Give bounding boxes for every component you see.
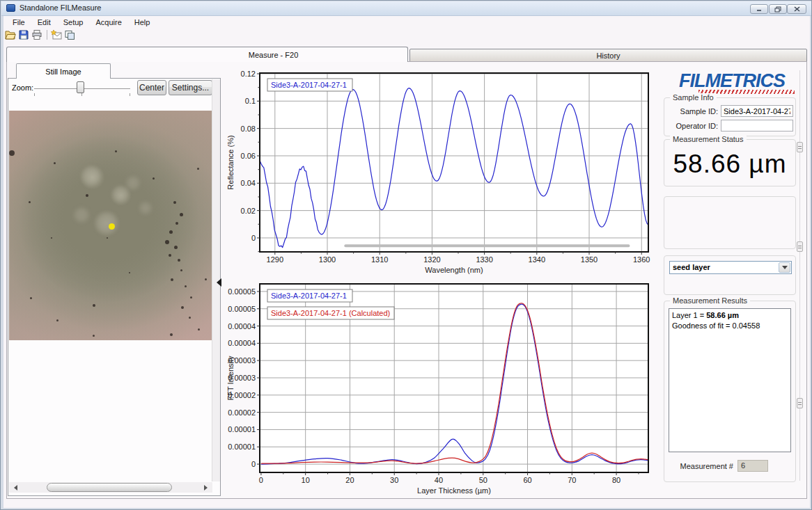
x-tick-label: 1320 (423, 255, 440, 264)
menu-acquire[interactable]: Acquire (89, 17, 127, 28)
menu-bar: FileEditSetupAcquireHelp (6, 17, 156, 28)
fft-chart[interactable]: 010203040506070800.000050.000050.000040.… (224, 279, 657, 497)
plot-background (260, 73, 648, 252)
image-speck (129, 272, 130, 273)
y-tick-label: 0.00002 (228, 408, 256, 417)
image-speck (173, 201, 176, 204)
image-speck (93, 304, 95, 307)
tab-measure-f20[interactable]: Measure - F20 (6, 47, 408, 62)
image-speck (165, 240, 169, 244)
measurement-status-group: Measurement Status 58.66 µm (664, 139, 796, 186)
camera-image[interactable] (9, 111, 212, 340)
menu-edit[interactable]: Edit (31, 17, 57, 28)
x-tick-label: 1310 (371, 255, 388, 264)
image-speck (185, 285, 187, 287)
panel-collapse-arrow-icon[interactable] (212, 278, 221, 287)
close-button[interactable] (787, 4, 806, 14)
image-speck (86, 194, 88, 197)
x-axis-label: Wavelength (nm) (425, 266, 483, 274)
x-tick-label: 0 (259, 476, 263, 484)
center-button[interactable]: Center (137, 80, 166, 95)
splitter-handle[interactable] (797, 241, 803, 252)
x-tick-label: 1360 (633, 255, 650, 264)
menu-setup[interactable]: Setup (57, 17, 90, 28)
image-speck (180, 213, 183, 216)
sample-id-label: Sample ID: (668, 107, 718, 115)
baseline-wizard-icon[interactable] (50, 29, 62, 40)
y-tick-label: 0.08 (241, 125, 256, 133)
x-tick-label: 50 (479, 476, 487, 484)
image-speck (153, 177, 155, 180)
sample-id-input[interactable] (721, 105, 793, 117)
result-line-layer: Layer 1 = 58.66 µm (672, 310, 788, 321)
tab-history[interactable]: History (409, 49, 807, 62)
measurement-number-label: Measurement # (664, 462, 733, 470)
filmetrics-logo: FILMETRICS (668, 70, 796, 91)
y-tick-label: 0 (251, 460, 256, 468)
x-tick-label: 1290 (267, 255, 283, 264)
tab-measure-label: Measure - F20 (249, 51, 299, 59)
chevron-down-icon (782, 266, 788, 272)
y-tick-label: 0.02 (241, 207, 256, 215)
result-line-goodness: Goodness of fit = 0.04558 (672, 321, 788, 331)
center-button-label: Center (139, 83, 164, 93)
results-listbox[interactable]: Layer 1 = 58.66 µm Goodness of fit = 0.0… (669, 308, 791, 452)
image-speck (9, 150, 15, 156)
x-tick-label: 30 (390, 476, 398, 484)
x-tick-label: 1340 (529, 255, 545, 264)
measurement-spot-marker (109, 223, 115, 230)
x-tick-label: 20 (345, 476, 354, 484)
y-axis-label: FFT Intensity (226, 356, 235, 400)
measurement-status-label: Measurement Status (670, 135, 747, 143)
x-tick-label: 10 (302, 476, 310, 484)
splitter-handle[interactable] (797, 142, 803, 152)
image-speck (178, 259, 180, 262)
tab-still-image[interactable]: Still Image (16, 63, 111, 79)
settings-button[interactable]: Settings... (169, 80, 212, 95)
minimize-button[interactable] (750, 4, 768, 14)
image-speck (180, 269, 182, 271)
recipe-dropdown[interactable]: seed layer (669, 261, 792, 274)
minimize-icon (756, 6, 763, 12)
y-tick-label: 0.04 (241, 179, 256, 187)
menu-file[interactable]: File (6, 17, 31, 28)
title-bar[interactable] (1, 1, 811, 16)
save-icon[interactable] (17, 29, 29, 40)
splitter-handle[interactable] (797, 398, 803, 408)
image-speck (170, 333, 173, 336)
image-bright-spot (127, 177, 139, 189)
image-speck (54, 162, 56, 164)
x-tick-label: 80 (612, 476, 620, 484)
recipe-selected-value: seed layer (673, 263, 710, 271)
menu-help[interactable]: Help (128, 17, 157, 28)
image-bright-spot (82, 167, 100, 185)
app-icon (6, 4, 15, 12)
copy-screen-icon[interactable] (63, 29, 75, 40)
zoom-slider-thumb[interactable] (77, 81, 84, 93)
sample-info-label: Sample Info (670, 93, 717, 102)
print-icon[interactable] (31, 29, 42, 40)
horizontal-scrollbar[interactable] (9, 482, 212, 493)
reflectance-chart[interactable]: 129013001310132013301340135013600.120.10… (224, 67, 657, 278)
tool-bar (4, 29, 77, 40)
measurement-number-field: 6 (737, 460, 768, 472)
scrollbar-thumb[interactable] (47, 483, 172, 492)
image-speck (198, 328, 200, 330)
y-tick-label: 0.1 (245, 97, 256, 105)
dropdown-arrow-button[interactable] (779, 262, 790, 273)
image-speck (190, 296, 192, 298)
restore-icon (774, 6, 781, 13)
image-speck (175, 222, 178, 225)
y-axis-label: Reflectance (%) (226, 135, 235, 189)
image-speck (169, 230, 173, 234)
image-speck (174, 246, 178, 249)
operator-id-input[interactable] (721, 120, 793, 132)
image-speck (115, 150, 117, 152)
scroll-left-button[interactable] (9, 482, 19, 493)
scroll-right-button[interactable] (202, 482, 212, 493)
open-icon[interactable] (4, 29, 16, 40)
restore-button[interactable] (769, 4, 787, 14)
image-speck (205, 278, 207, 280)
slider-tick (34, 93, 35, 96)
y-tick-label: 0.00005 (228, 287, 256, 296)
